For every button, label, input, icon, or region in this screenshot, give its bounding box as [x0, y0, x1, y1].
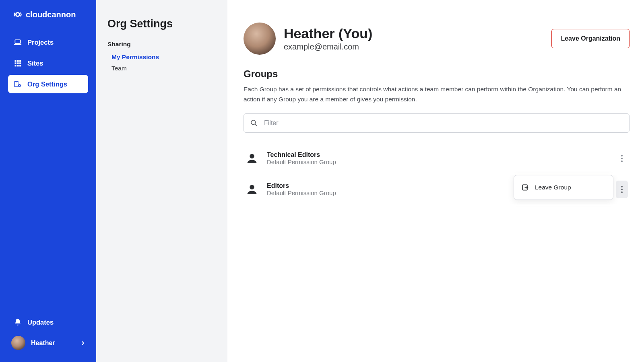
- svg-rect-7: [17, 62, 19, 64]
- svg-rect-12: [15, 81, 18, 86]
- nav-list: Projects Sites Org Settings: [8, 33, 88, 93]
- cloudcannon-logo-icon: [13, 10, 23, 19]
- nav-item-sites[interactable]: Sites: [8, 54, 88, 72]
- svg-rect-5: [19, 60, 21, 62]
- leave-organization-button[interactable]: Leave Organization: [551, 29, 630, 48]
- svg-rect-3: [15, 60, 17, 62]
- profile-name: Heather (You): [284, 26, 543, 41]
- panel-section-title: Sharing: [107, 41, 216, 48]
- nav-item-label: Updates: [27, 319, 54, 326]
- group-actions-popover: Leave Group: [514, 175, 613, 200]
- user-name: Heather: [31, 339, 55, 347]
- group-actions-button[interactable]: [616, 150, 628, 167]
- popover-item-label: Leave Group: [535, 184, 571, 191]
- profile-email: example@email.com: [284, 42, 543, 51]
- search-icon: [250, 119, 258, 127]
- brand-name: cloudcannon: [26, 10, 76, 19]
- user-menu[interactable]: Heather: [8, 331, 88, 355]
- user-avatar: [11, 336, 25, 350]
- svg-point-19: [250, 185, 254, 189]
- svg-point-18: [621, 160, 623, 162]
- group-info: Technical Editors Default Permission Gro…: [267, 151, 608, 165]
- svg-rect-11: [19, 65, 21, 66]
- kebab-icon: [621, 186, 623, 193]
- group-row[interactable]: Technical Editors Default Permission Gro…: [244, 143, 630, 174]
- bell-icon: [14, 318, 22, 326]
- group-actions-button[interactable]: [616, 181, 628, 198]
- leave-group-menu-item[interactable]: Leave Group: [516, 178, 611, 197]
- nav-item-projects[interactable]: Projects: [8, 33, 88, 51]
- svg-point-21: [621, 189, 623, 190]
- svg-point-20: [621, 186, 623, 187]
- svg-point-13: [19, 84, 21, 86]
- profile-header: Heather (You) example@email.com Leave Or…: [244, 23, 630, 55]
- svg-point-1: [16, 13, 19, 16]
- brand-logo[interactable]: cloudcannon: [8, 10, 88, 19]
- nav-item-updates[interactable]: Updates: [8, 313, 88, 331]
- svg-point-22: [621, 191, 623, 193]
- svg-rect-4: [17, 60, 19, 62]
- kebab-icon: [621, 155, 623, 162]
- panel-link-list: My Permissions Team: [107, 53, 216, 72]
- svg-point-16: [621, 155, 623, 156]
- groups-description: Each Group has a set of permissions that…: [244, 84, 630, 105]
- svg-rect-10: [17, 65, 19, 66]
- main-content: Heather (You) example@email.com Leave Or…: [227, 0, 644, 362]
- secondary-panel: Org Settings Sharing My Permissions Team: [96, 0, 227, 362]
- exit-icon: [521, 183, 529, 191]
- svg-rect-2: [15, 40, 20, 43]
- nav-item-label: Sites: [27, 60, 43, 67]
- grid-icon: [14, 59, 22, 67]
- groups-title: Groups: [244, 68, 630, 80]
- group-subtitle: Default Permission Group: [267, 158, 608, 165]
- svg-rect-8: [19, 62, 21, 64]
- profile-avatar: [244, 23, 276, 55]
- person-icon: [245, 183, 259, 196]
- panel-title: Org Settings: [107, 18, 216, 30]
- laptop-icon: [14, 38, 22, 46]
- nav-item-org-settings[interactable]: Org Settings: [8, 75, 88, 93]
- panel-link-my-permissions[interactable]: My Permissions: [111, 53, 216, 61]
- group-name: Technical Editors: [267, 151, 608, 158]
- profile-info: Heather (You) example@email.com: [284, 26, 543, 51]
- filter-input[interactable]: [244, 113, 630, 133]
- filter-wrap: [244, 113, 630, 133]
- svg-point-17: [621, 158, 623, 159]
- chevron-right-icon: [81, 341, 85, 345]
- building-gear-icon: [14, 80, 22, 88]
- nav-item-label: Org Settings: [27, 80, 67, 88]
- svg-rect-9: [15, 65, 17, 66]
- person-icon: [245, 152, 259, 165]
- group-row[interactable]: Editors Default Permission Group Leave G…: [244, 174, 630, 205]
- panel-link-team[interactable]: Team: [111, 65, 216, 72]
- svg-rect-6: [15, 62, 17, 64]
- group-list: Technical Editors Default Permission Gro…: [244, 143, 630, 205]
- svg-point-15: [250, 154, 254, 158]
- nav-item-label: Projects: [27, 39, 54, 46]
- primary-sidebar: cloudcannon Projects Sites: [0, 0, 96, 362]
